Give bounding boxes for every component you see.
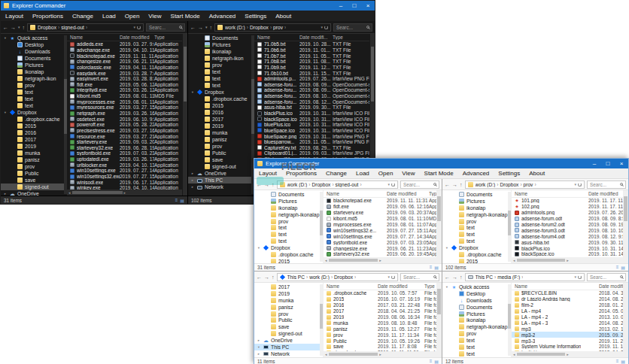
- sidebar-item[interactable]: prov: [254, 311, 323, 317]
- sidebar-item[interactable]: Pictures: [442, 198, 511, 205]
- file-row[interactable]: 71.0b8.txt2019. 11. 08...TXT File: [254, 59, 369, 65]
- file-row[interactable]: adsense-foru...2019. 08. 09...OpenDocume…: [254, 81, 369, 87]
- refresh-icon[interactable]: [391, 275, 395, 279]
- sidebar-item[interactable]: 2015: [254, 258, 323, 263]
- sidebar-item[interactable]: panisz: [188, 136, 254, 143]
- details-view-icon[interactable]: ≡: [616, 265, 619, 270]
- file-row[interactable]: startevery32.exe2019. 06. 28. 19:...Appl…: [67, 145, 182, 151]
- menu-item[interactable]: About: [524, 170, 549, 177]
- column-name[interactable]: Name: [327, 284, 378, 289]
- sidebar-item[interactable]: text: [1, 102, 67, 109]
- file-row[interactable]: 71.0b5.txt2019. 10. 28...TXT File: [254, 41, 369, 47]
- sidebar-item[interactable]: Pictures: [188, 41, 254, 48]
- menu-item[interactable]: Change: [68, 13, 98, 20]
- file-row[interactable]: 20152016. 10. 07. 16:19File fol...: [324, 296, 436, 302]
- file-row[interactable]: poweroff.exe2019. 05. 28. 22:...Applicat…: [67, 122, 182, 128]
- sidebar-item[interactable]: .dropbox.cache: [254, 251, 323, 258]
- menu-item[interactable]: Advanced: [205, 13, 241, 20]
- sidebar-item[interactable]: ▸This PC: [188, 177, 254, 184]
- sidebar-item[interactable]: Documents: [188, 35, 254, 41]
- file-row[interactable]: adsense-foru...2019. 08. 12...OpenDocume…: [254, 99, 369, 105]
- expander-icon[interactable]: ▾: [445, 285, 449, 289]
- file-row[interactable]: blackSpace.ico2019. 10. 31. 14:14: [512, 251, 623, 257]
- forward-button[interactable]: →: [198, 25, 203, 30]
- sidebar-item[interactable]: text: [188, 82, 254, 89]
- sidebar-item[interactable]: 2017: [188, 116, 254, 123]
- file-row[interactable]: myprocesses.exe2019. 08. 01. 11:07Applic…: [324, 222, 436, 228]
- sidebar-item[interactable]: ▸OneDrive: [254, 337, 323, 344]
- sidebar-item[interactable]: Documents: [1, 55, 67, 62]
- breadcrumb-segment[interactable]: work (D:)›: [287, 182, 311, 187]
- sidebar-item[interactable]: text: [1, 96, 67, 102]
- sidebar-item[interactable]: Public: [188, 150, 254, 156]
- thumbnails-view-icon[interactable]: ▤: [621, 265, 625, 270]
- file-row[interactable]: changesize.exe2019. 06. 21. 11:...Applic…: [67, 59, 182, 65]
- sidebar-item[interactable]: text: [254, 238, 323, 244]
- expander-icon[interactable]: ▸: [257, 352, 261, 356]
- file-row[interactable]: asus-hiba.txt2019. 09. 30. 11:46: [512, 239, 623, 245]
- close-button[interactable]: ×: [361, 1, 375, 11]
- file-row[interactable]: System Volume Information2019. 11. 16. 2…: [512, 344, 623, 350]
- file-row[interactable]: integritydl.exe2019. 03. 26. 12:...Appli…: [67, 87, 182, 93]
- expander-icon[interactable]: ▸: [257, 338, 261, 342]
- column-type[interactable]: Type: [424, 284, 436, 289]
- sidebar-item[interactable]: munka: [188, 129, 254, 136]
- menu-item[interactable]: About: [271, 13, 296, 20]
- forward-button[interactable]: →: [452, 275, 457, 280]
- sidebar-item[interactable]: Desktop: [1, 41, 67, 48]
- refresh-icon[interactable]: [137, 26, 141, 29]
- horizontal-scrollbar[interactable]: ◂▸: [512, 257, 623, 263]
- sidebar-item[interactable]: prov: [188, 62, 254, 68]
- menu-item[interactable]: Settings: [494, 170, 524, 177]
- sidebar-item[interactable]: netgraph-ikonalap: [442, 211, 511, 218]
- recent-locations-icon[interactable]: ▾: [205, 26, 208, 29]
- breadcrumb-segment[interactable]: signed-out›: [61, 25, 87, 30]
- back-button[interactable]: ←: [190, 25, 196, 30]
- search-box[interactable]: Searc...: [333, 23, 372, 32]
- scroll-right-icon[interactable]: ▸: [379, 258, 381, 262]
- sidebar-item[interactable]: text: [442, 350, 511, 357]
- file-row[interactable]: bluePlus.ico2019. 10. 31...IrfanView ICO…: [254, 122, 369, 128]
- refresh-icon[interactable]: [324, 26, 328, 29]
- file-row[interactable]: adsense-foru...2019. 08. 09...OpenDocume…: [254, 87, 369, 93]
- sidebar-item[interactable]: .dropbox.cache: [188, 96, 254, 102]
- sidebar-item[interactable]: prov: [254, 218, 323, 225]
- sidebar-item[interactable]: ikonalap: [1, 68, 67, 75]
- column-name[interactable]: Name: [327, 191, 387, 196]
- scrollbar-thumb[interactable]: [517, 259, 566, 262]
- file-row[interactable]: mp3-32019. 11. 26. 10:...: [512, 338, 623, 344]
- search-box[interactable]: Searc...: [587, 273, 626, 281]
- menu-item[interactable]: View: [397, 170, 419, 177]
- breadcrumb-segment[interactable]: Dropbox›: [311, 182, 333, 187]
- file-row[interactable]: $RECYCLE.BIN2018. 04. 30. 20:...: [512, 290, 623, 296]
- file-row[interactable]: 71.0b10.txt2019. 11. 15...TXT File: [254, 70, 369, 76]
- sidebar-item[interactable]: ▾Quick access: [442, 284, 511, 290]
- file-row[interactable]: adsense-forum2.odt2019. 08. 09. 19:25: [512, 222, 623, 228]
- address-bar[interactable]: Dropbox›signed-out› ▾: [27, 23, 144, 32]
- file-row[interactable]: blackSpace.ico2019. 10. 31...IrfanView I…: [254, 116, 369, 122]
- scrollbar-thumb[interactable]: [72, 191, 123, 194]
- breadcrumb-segment[interactable]: work (D:)›: [476, 182, 499, 187]
- sidebar-item[interactable]: prov: [1, 163, 67, 170]
- column-name[interactable]: Name: [70, 35, 120, 40]
- sidebar-item[interactable]: ▸OneDrive: [188, 170, 254, 177]
- sidebar-item[interactable]: prov: [442, 218, 511, 225]
- file-row[interactable]: mp3-22015. 09. 24. 20:...: [512, 332, 623, 338]
- sidebar-item[interactable]: signed-out: [188, 163, 254, 170]
- column-date-modified[interactable]: Date modified: [599, 284, 623, 289]
- menu-item[interactable]: View: [144, 13, 166, 20]
- file-row[interactable]: urlblocker.exe2019. 04. 10. 13:...Applic…: [67, 162, 182, 168]
- file-row[interactable]: blacknotepad.exe2019. 11. 11. 11:31Appli…: [324, 198, 436, 204]
- sidebar-item[interactable]: 2017: [1, 136, 67, 143]
- vertical-scrollbar[interactable]: [623, 190, 628, 263]
- breadcrumb-segment[interactable]: work (D:)›: [309, 275, 333, 280]
- up-button[interactable]: ↑: [210, 25, 213, 30]
- menu-item[interactable]: Settings: [240, 13, 271, 20]
- file-row[interactable]: uptodatedl.exe2019. 03. 26. 17:...Applic…: [67, 156, 182, 162]
- thumbnails-view-icon[interactable]: ▤: [621, 359, 625, 364]
- sidebar-item[interactable]: panisz: [1, 156, 67, 163]
- file-row[interactable]: CaptureKey.txt2019. 08. 29...TXT File: [254, 145, 369, 151]
- expander-icon[interactable]: ▾: [257, 246, 261, 250]
- sidebar-item[interactable]: prov: [442, 330, 511, 337]
- file-row[interactable]: 102.png2019. 11. 17. 11:33: [512, 204, 623, 210]
